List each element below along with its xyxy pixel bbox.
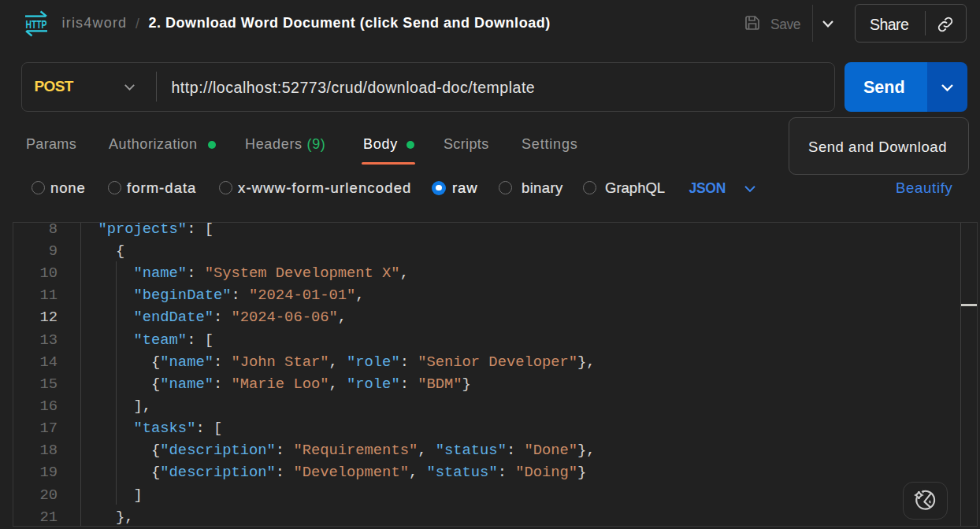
svg-text:HTTP: HTTP (26, 18, 47, 31)
